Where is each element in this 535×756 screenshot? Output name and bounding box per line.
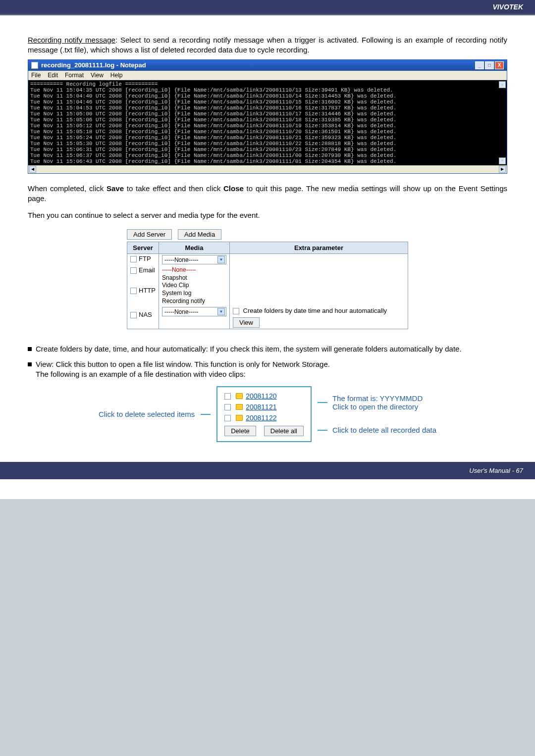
dir-checkbox[interactable] [224,415,231,421]
close-button[interactable]: X [495,61,504,69]
media-select-nas[interactable]: -----None----- ▼ [162,307,226,316]
log-line: Tue Nov 11 15:05:06 UTC 2008 [recording_… [30,117,396,123]
scroll-right-icon[interactable]: ▶ [499,166,506,173]
label-http: HTTP [139,287,156,294]
connector-line [318,402,327,403]
label-create-folders: Create folders by date time and hour aut… [243,307,387,314]
after-para-2: Then you can continue to select a server… [28,210,507,220]
event-block: Add Server Add Media Server Media Extra … [127,229,408,329]
col-server: Server [127,242,159,254]
scroll-down-icon[interactable]: ▼ [499,157,506,164]
log-line: Tue Nov 11 15:05:18 UTC 2008 [recording_… [30,129,396,135]
close-word: Close [223,184,244,193]
select-value: -----None----- [164,256,199,263]
log-line: Tue Nov 11 15:05:30 UTC 2008 [recording_… [30,141,396,147]
page-footer: User's Manual - 67 [0,462,535,479]
col-media: Media [159,242,229,254]
intro-para: Recording notify message: Select to send… [28,35,507,55]
bullet-icon [28,362,32,366]
checkbox-http[interactable] [130,288,137,294]
scroll-up-icon[interactable]: ▲ [499,81,506,88]
bullet-item: View: Click this button to open a file l… [28,359,507,380]
dir-link[interactable]: 20081121 [246,403,276,411]
window-controls: _ □ X [475,61,504,69]
brand-bar: VIVOTEK [0,0,535,15]
bullet-list: Create folders by date, time, and hour a… [28,344,507,379]
notepad-window: recording_20081111.log - Notepad _ □ X F… [28,59,507,174]
menu-edit[interactable]: Edit [48,72,58,79]
notepad-body[interactable]: ▲▼========== Recording logfile =========… [28,80,507,165]
media-opt[interactable]: Video Clip [162,282,226,290]
log-line: Tue Nov 11 15:04:53 UTC 2008 [recording_… [30,105,396,111]
folder-icon [236,415,243,421]
server-media-table: Server Media Extra parameter FTP -----No… [127,242,408,329]
chevron-down-icon[interactable]: ▼ [217,256,225,263]
checkbox-create-folders[interactable] [233,308,239,314]
table-row: Email -----None----- Snapshot Video Clip… [127,265,408,286]
label-format-2: Click to open the directory [332,403,423,411]
table-header-row: Server Media Extra parameter [127,242,408,254]
dir-link[interactable]: 20081122 [246,414,276,422]
add-media-button[interactable]: Add Media [178,229,221,240]
log-line: Tue Nov 11 15:05:00 UTC 2008 [recording_… [30,111,396,117]
checkbox-email[interactable] [130,267,137,274]
add-server-button[interactable]: Add Server [127,229,172,240]
dir-row: 20081121 [224,403,304,411]
view-button[interactable]: View [233,317,260,328]
connector-line [201,414,211,415]
dir-checkbox[interactable] [224,404,231,410]
connector-line [318,430,327,431]
menu-view[interactable]: View [91,72,104,79]
intro-heading: Recording notify message [28,36,115,44]
dir-checkbox[interactable] [224,393,231,400]
bullet-item: Create folders by date, time, and hour a… [28,344,507,354]
delete-all-button[interactable]: Delete all [264,426,304,436]
maximize-button[interactable]: □ [485,61,494,69]
notepad-icon [31,62,38,69]
label-delete-all: Click to delete all recorded data [332,426,436,434]
media-opt[interactable]: Snapshot [162,274,226,282]
label-nas: NAS [139,311,152,318]
log-line: Tue Nov 11 15:04:40 UTC 2008 [recording_… [30,93,396,99]
table-row: FTP -----None----- ▼ [127,254,408,266]
media-opt[interactable]: System log [162,290,226,298]
notepad-menubar: File Edit Format View Help [28,71,507,80]
log-line: Tue Nov 11 15:04:46 UTC 2008 [recording_… [30,99,396,105]
diagram-right-top: The format is: YYYYMMDD Click to open th… [318,394,436,411]
bullet-icon [28,347,32,351]
bullet-text: Create folders by date, time, and hour a… [36,344,462,354]
log-line: Tue Nov 11 15:06:31 UTC 2008 [recording_… [30,147,396,152]
log-line: Tue Nov 11 15:06:37 UTC 2008 [recording_… [30,152,396,158]
log-line: Tue Nov 11 15:05:24 UTC 2008 [recording_… [30,135,396,141]
media-opt[interactable]: -----None----- [162,266,226,274]
folder-icon [236,393,243,399]
checkbox-ftp[interactable] [130,256,137,262]
select-value: -----None----- [164,308,199,315]
log-header: ========== Recording logfile ========== [30,81,158,87]
chevron-down-icon[interactable]: ▼ [217,308,225,315]
label-delete-selected: Click to delete selected items [99,410,195,418]
diagram-right-bottom: Click to delete all recorded data [318,426,436,434]
media-select-ftp[interactable]: -----None----- ▼ [162,255,226,264]
save-word: Save [107,184,124,193]
page: VIVOTEK Recording notify message: Select… [0,0,535,499]
checkbox-nas[interactable] [130,312,137,318]
scroll-left-icon[interactable]: ◀ [29,166,36,173]
media-options-list: -----None----- Snapshot Video Clip Syste… [162,266,226,305]
notepad-hscroll[interactable]: ◀ ▶ [28,165,507,173]
dir-row: 20081120 [224,392,304,400]
log-line: Tue Nov 11 15:04:35 UTC 2008 [recording_… [30,87,393,93]
folder-icon [236,404,243,410]
button-row: Delete Delete all [224,426,304,436]
menu-format[interactable]: Format [65,72,84,79]
media-opt[interactable]: Recording notify [162,298,226,305]
minimize-button[interactable]: _ [475,61,484,69]
delete-button[interactable]: Delete [224,426,256,436]
log-line: Tue Nov 11 15:05:12 UTC 2008 [recording_… [30,123,396,129]
bullet-subtext: The following is an example of a file de… [36,369,330,379]
dir-link[interactable]: 20081120 [246,392,276,400]
menu-help[interactable]: Help [110,72,123,79]
menu-file[interactable]: File [31,72,41,79]
diagram-right-col: The format is: YYYYMMDD Click to open th… [318,394,436,434]
after-para-1: When completed, click Save to take effec… [28,184,507,204]
